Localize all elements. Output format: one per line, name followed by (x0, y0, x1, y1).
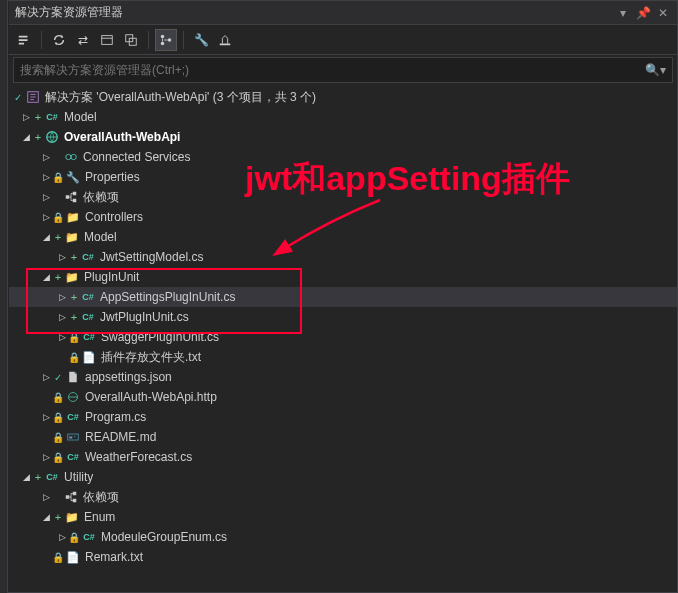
add-icon: + (53, 271, 63, 283)
tree-item[interactable]: ◢ + 📁 Model (9, 227, 677, 247)
tree-item[interactable]: ▷ 依赖项 (9, 487, 677, 507)
close-icon[interactable]: ✕ (655, 5, 671, 21)
item-label: 依赖项 (83, 189, 119, 206)
tree-item[interactable]: 🔒 📄 Remark.txt (9, 547, 677, 567)
expander-icon[interactable]: ▷ (55, 250, 69, 264)
expander-open-icon[interactable]: ◢ (39, 270, 53, 284)
item-label: WeatherForecast.cs (85, 450, 192, 464)
preview-icon[interactable] (214, 29, 236, 51)
csharp-file-icon: C# (81, 329, 97, 345)
csharp-file-icon: C# (80, 309, 96, 325)
show-all-icon[interactable] (120, 29, 142, 51)
tree-item[interactable]: ▷ Connected Services (9, 147, 677, 167)
pin-icon[interactable]: 📌 (635, 5, 651, 21)
lock-icon: 🔒 (69, 532, 79, 543)
tree-item[interactable]: ▷ + C# Model (9, 107, 677, 127)
collapse-icon[interactable] (96, 29, 118, 51)
item-label: OverallAuth-WebApi.http (85, 390, 217, 404)
expander-icon[interactable]: ▷ (19, 110, 33, 124)
connected-services-icon (63, 149, 79, 165)
expander-icon[interactable]: ▷ (39, 490, 53, 504)
properties-icon[interactable]: 🔧 (190, 29, 212, 51)
svg-rect-11 (73, 192, 77, 196)
folder-icon: 📁 (64, 229, 80, 245)
tree-item[interactable]: ▷ 🔒 C# SwaggerPlugInUnit.cs (9, 327, 677, 347)
tree-item[interactable]: ◢ + 📁 Enum (9, 507, 677, 527)
expander-icon[interactable]: ▷ (39, 450, 53, 464)
expander-icon[interactable]: ▷ (39, 410, 53, 424)
expander-icon[interactable]: ▷ (39, 210, 53, 224)
add-icon: + (53, 231, 63, 243)
csharp-file-icon: C# (80, 289, 96, 305)
tree-item[interactable]: 🔒 📄 插件存放文件夹.txt (9, 347, 677, 367)
csharp-file-icon: C# (65, 449, 81, 465)
tree-item[interactable]: ▷ + C# JwtSettingModel.cs (9, 247, 677, 267)
expander-icon[interactable]: ▷ (55, 310, 69, 324)
expander-icon[interactable]: ▷ (55, 530, 69, 544)
expander-open-icon[interactable]: ◢ (19, 470, 33, 484)
tree-item[interactable]: ◢ + OverallAuth-WebApi (9, 127, 677, 147)
tree-item[interactable]: 🔒 OverallAuth-WebApi.http (9, 387, 677, 407)
tree-item[interactable]: ▷ 依赖项 (9, 187, 677, 207)
folder-icon: 📁 (64, 269, 80, 285)
solution-node[interactable]: ✓ 解决方案 'OverallAuth-WebApi' (3 个项目，共 3 个… (9, 87, 677, 107)
csharp-project-icon: C# (44, 469, 60, 485)
separator (183, 31, 184, 49)
home-icon[interactable] (13, 29, 35, 51)
tree-item[interactable]: ▷ ✓ appsettings.json (9, 367, 677, 387)
tree-item[interactable]: ▷ + C# JwtPlugInUnit.cs (9, 307, 677, 327)
item-label: appsettings.json (85, 370, 172, 384)
lock-icon: 🔒 (69, 332, 79, 343)
tree-item[interactable]: 🔒 README.md (9, 427, 677, 447)
lock-icon: 🔒 (53, 432, 63, 443)
expander-icon[interactable]: ▷ (55, 330, 69, 344)
tree-item[interactable]: ◢ + C# Utility (9, 467, 677, 487)
csharp-project-icon: C# (44, 109, 60, 125)
item-label: Properties (85, 170, 140, 184)
tree-item[interactable]: ▷ 🔒 📁 Controllers (9, 207, 677, 227)
add-icon: + (69, 251, 79, 263)
expander-icon[interactable]: ▷ (39, 150, 53, 164)
dependencies-icon (63, 489, 79, 505)
expander-icon[interactable]: ▷ (39, 190, 53, 204)
tree-item[interactable]: ▷ 🔒 C# WeatherForecast.cs (9, 447, 677, 467)
expander-open-icon[interactable]: ◢ (19, 130, 33, 144)
json-file-icon (65, 369, 81, 385)
sync-icon[interactable] (48, 29, 70, 51)
svg-point-5 (168, 38, 172, 42)
switch-icon[interactable]: ⇄ (72, 29, 94, 51)
http-file-icon (65, 389, 81, 405)
add-icon: + (33, 111, 43, 123)
toolbar: ⇄ 🔧 (9, 25, 677, 55)
separator (41, 31, 42, 49)
item-label: JwtSettingModel.cs (100, 250, 203, 264)
separator (148, 31, 149, 49)
expander-icon[interactable]: ▷ (55, 290, 69, 304)
search-input[interactable] (20, 63, 639, 77)
item-label: Enum (84, 510, 115, 524)
item-label: Program.cs (85, 410, 146, 424)
item-label: Controllers (85, 210, 143, 224)
search-bar[interactable]: 🔍▾ (13, 57, 673, 83)
tree-item[interactable]: ▷ 🔒 C# Program.cs (9, 407, 677, 427)
tree-item[interactable]: ◢ + 📁 PlugInUnit (9, 267, 677, 287)
expander-open-icon[interactable]: ◢ (39, 230, 53, 244)
expander-open-icon[interactable]: ◢ (39, 510, 53, 524)
expander-icon[interactable]: ▷ (39, 370, 53, 384)
solution-tree: ✓ 解决方案 'OverallAuth-WebApi' (3 个项目，共 3 个… (9, 85, 677, 592)
search-icon[interactable]: 🔍▾ (639, 63, 666, 77)
web-project-icon (44, 129, 60, 145)
tree-item-selected[interactable]: ▷ + C# AppSettingsPlugInUnit.cs (9, 287, 677, 307)
dropdown-icon[interactable]: ▾ (615, 5, 631, 21)
tree-item[interactable]: ▷ 🔒 C# ModeuleGroupEnum.cs (9, 527, 677, 547)
git-check-icon: ✓ (13, 92, 23, 103)
csharp-file-icon: C# (80, 249, 96, 265)
svg-rect-16 (73, 492, 77, 496)
lock-icon: 🔒 (53, 552, 63, 563)
tree-view-icon[interactable] (155, 29, 177, 51)
folder-icon: 📁 (64, 509, 80, 525)
expander-icon[interactable]: ▷ (39, 170, 53, 184)
lock-icon: 🔒 (53, 172, 63, 183)
tree-item[interactable]: ▷ 🔒 🔧 Properties (9, 167, 677, 187)
svg-rect-0 (102, 35, 113, 44)
